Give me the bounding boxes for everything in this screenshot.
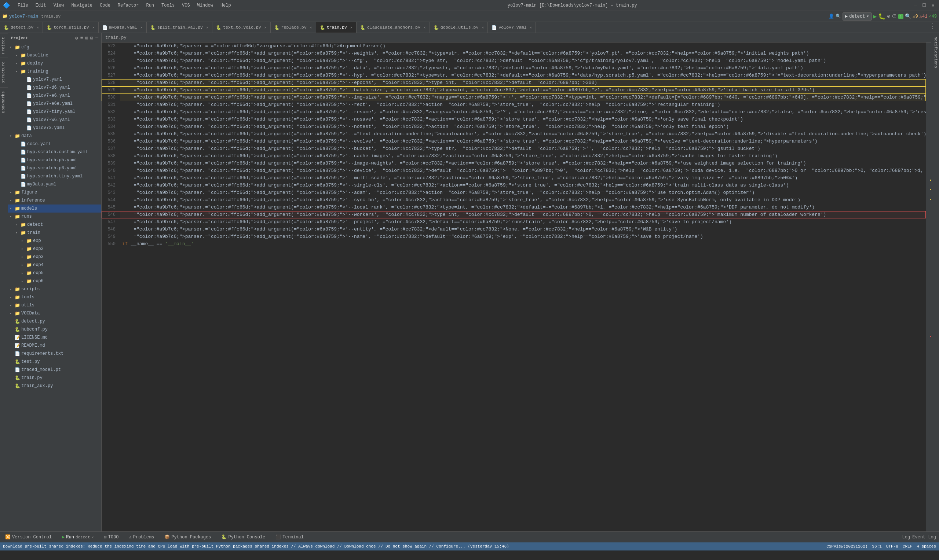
run-close-icon[interactable]: ✕ — [91, 535, 94, 540]
python-console-btn[interactable]: 🐍 Python Console — [219, 534, 267, 541]
tree-item-figure[interactable]: ▸📁figure — [8, 188, 101, 197]
debug-button[interactable]: 🐛 — [878, 13, 885, 20]
tree-item-requirements-txt[interactable]: 📄requirements.txt — [8, 350, 101, 358]
tab-text-to-yolo[interactable]: 🐍 text_to_yolo.py ✕ — [212, 22, 271, 32]
tree-item-exp5[interactable]: ▸📁exp5 — [8, 269, 101, 277]
right-panel-tab[interactable]: Notifications — [931, 33, 939, 72]
warning-count[interactable]: ⚠9 — [913, 14, 918, 19]
terminal-btn[interactable]: ⬛ Terminal — [273, 534, 306, 541]
check-count[interactable]: ✓49 — [929, 14, 937, 19]
event-log-btn[interactable]: Event Log — [912, 535, 936, 540]
tree-item-exp4[interactable]: ▸📁exp4 — [8, 261, 101, 269]
search-everywhere-icon[interactable]: 🔍 — [836, 14, 841, 19]
tree-item-vocdata[interactable]: ▸📁VOCData — [8, 309, 101, 317]
menu-tools[interactable]: Tools — [160, 2, 176, 9]
tree-item-exp2[interactable]: ▸📁exp2 — [8, 245, 101, 253]
tab-close-detect[interactable]: ✕ — [37, 25, 39, 30]
todo-btn[interactable]: ☑ TODO — [102, 534, 121, 541]
tree-item-scripts[interactable]: ▸📁scripts — [8, 285, 101, 293]
gear-icon[interactable]: ⚙ — [75, 35, 78, 41]
tree-item-cfg[interactable]: ▾📁cfg — [8, 43, 101, 51]
more-tabs-button[interactable]: ⋮ — [927, 22, 939, 32]
run-btn[interactable]: ▶ Run detect ✕ — [60, 534, 96, 541]
tree-item-inference[interactable]: ▸📁inference — [8, 197, 101, 205]
tree-item-mydata-yaml[interactable]: 📄myData.yaml — [8, 180, 101, 188]
tab-replace[interactable]: 🐍 replace.py ✕ — [271, 22, 316, 32]
run-config-dropdown[interactable]: ▶ detect ▾ — [842, 12, 872, 20]
tree-item-train-aux-py[interactable]: 🐍train_aux.py — [8, 382, 101, 390]
tree-item-training[interactable]: ▾📁training — [8, 68, 101, 75]
indent-label[interactable]: 4 spaces — [917, 544, 936, 549]
code-editor[interactable]: 523 ="color:#a9b7c6;">parser = ="color:#… — [102, 43, 926, 531]
error-count[interactable]: △41 — [920, 14, 928, 19]
maximize-button[interactable]: □ — [921, 2, 927, 8]
git-push-button[interactable]: ↑ — [898, 14, 904, 19]
tab-train-py[interactable]: 🐍 train.py ✕ — [316, 22, 356, 32]
tree-item-train[interactable]: ▾📁train — [8, 229, 101, 237]
tree-item-readme-md[interactable]: 📝README.md — [8, 342, 101, 350]
tree-item-hyp-scratch-p6-yaml[interactable]: 📄hyp.scratch.p6.yaml — [8, 164, 101, 172]
tree-item-baseline[interactable]: ▸📁baseline — [8, 51, 101, 59]
search-button[interactable]: 🔍 — [905, 13, 911, 19]
tab-close-google[interactable]: ✕ — [482, 25, 484, 30]
menu-view[interactable]: View — [52, 2, 66, 9]
tree-item-yolov7-e6e-yaml[interactable]: 📄yolov7-e6e.yaml — [8, 100, 101, 108]
profile-icon[interactable]: 👤 — [829, 14, 834, 19]
menu-help[interactable]: Help — [219, 2, 233, 9]
branch-label[interactable]: CSPView(20231162) — [826, 544, 868, 549]
tree-item-test-py[interactable]: 🐍test.py — [8, 358, 101, 366]
tab-close-replace[interactable]: ✕ — [310, 25, 312, 30]
python-packages-btn[interactable]: 📦 Python Packages — [162, 534, 213, 541]
tree-item-yolov7-yaml[interactable]: 📄yolov7.yaml — [8, 75, 101, 83]
close-button[interactable]: ✕ — [930, 2, 936, 8]
tree-item-data[interactable]: ▾📁data — [8, 132, 101, 140]
tree-item-yolov7-tiny-yaml[interactable]: 📄yolov7-tiny.yaml — [8, 108, 101, 116]
tree-item-deploy[interactable]: ▸📁deploy — [8, 59, 101, 68]
tree-item-license-md[interactable]: 📝LICENSE.md — [8, 334, 101, 342]
tree-item-hyp-scratch-tiny-yaml[interactable]: 📄hyp.scratch.tiny.yaml — [8, 172, 101, 180]
gutter-tab-bookmarks[interactable]: Bookmarks — [0, 87, 8, 117]
version-control-btn[interactable]: 🔀 Version Control — [3, 534, 54, 541]
menu-vcs[interactable]: VCS — [180, 2, 191, 9]
line-sep-label[interactable]: CRLF — [903, 544, 912, 549]
line-col-label[interactable]: 36:1 — [872, 544, 881, 549]
menu-edit[interactable]: Edit — [34, 2, 48, 9]
tree-item-runs[interactable]: ▾📁runs — [8, 212, 101, 221]
coverage-button[interactable]: ⊙ — [887, 13, 890, 19]
sort-icon[interactable]: ≡ — [80, 35, 83, 41]
tree-item-tools[interactable]: ▸📁tools — [8, 293, 101, 301]
problems-btn[interactable]: ⚠ Problems — [127, 534, 157, 541]
run-button[interactable]: ▶ — [873, 13, 877, 20]
tree-item-detect-py[interactable]: 🐍detect.py — [8, 317, 101, 325]
gutter-tab-structure[interactable]: Structure — [0, 57, 8, 87]
menu-refactor[interactable]: Refactor — [116, 2, 140, 9]
gutter-tab-project[interactable]: Project — [0, 33, 8, 57]
tree-item-yolov7x-yaml[interactable]: 📄yolov7x.yaml — [8, 124, 101, 132]
encoding-label[interactable]: UTF-8 — [886, 544, 898, 549]
tab-close-mydata[interactable]: ✕ — [140, 25, 143, 30]
tab-close-train[interactable]: ✕ — [350, 25, 353, 30]
tree-item-train-py[interactable]: 🐍train.py — [8, 374, 101, 382]
tree-item-models[interactable]: ▾📁models — [8, 205, 101, 212]
tree-item-hyp-scratch-p5-yaml[interactable]: 📄hyp.scratch.p5.yaml — [8, 156, 101, 164]
tree-item-utils[interactable]: ▸📁utils — [8, 301, 101, 309]
tree-item-yolov7-d6-yaml[interactable]: 📄yolov7-d6.yaml — [8, 83, 101, 92]
tab-detect-py[interactable]: 🐍 detect.py ✕ — [0, 22, 43, 32]
settings-icon[interactable]: ⊡ — [90, 35, 93, 41]
close-sidebar-icon[interactable]: ─ — [96, 35, 98, 41]
tree-item-exp[interactable]: ▸📁exp — [8, 237, 101, 245]
tree-item-traced-model-pt[interactable]: 📄traced_model.pt — [8, 366, 101, 374]
tree-item-detect[interactable]: ▸📁detect — [8, 221, 101, 229]
tree-item-exp3[interactable]: ▸📁exp3 — [8, 253, 101, 261]
tree-item-exp6[interactable]: ▸📁exp6 — [8, 277, 101, 285]
tab-torch-utils[interactable]: 🐍 torch_utils.py ✕ — [43, 22, 99, 32]
menu-run[interactable]: Run — [145, 2, 156, 9]
minimize-button[interactable]: ─ — [912, 2, 918, 8]
tree-item-hyp-scratch-custom-yaml[interactable]: 📄hyp.scratch.custom.yaml — [8, 148, 101, 156]
menu-navigate[interactable]: Navigate — [70, 2, 94, 9]
tree-item-yolov7-e6-yaml[interactable]: 📄yolov7-e6.yaml — [8, 92, 101, 100]
menu-file[interactable]: File — [16, 2, 30, 9]
tab-google-utils[interactable]: 🐍 google_utils.py ✕ — [430, 22, 488, 32]
profile-run-button[interactable]: ⏱ — [892, 14, 897, 19]
tab-mydata-yaml[interactable]: 📄 myData.yaml ✕ — [99, 22, 147, 32]
